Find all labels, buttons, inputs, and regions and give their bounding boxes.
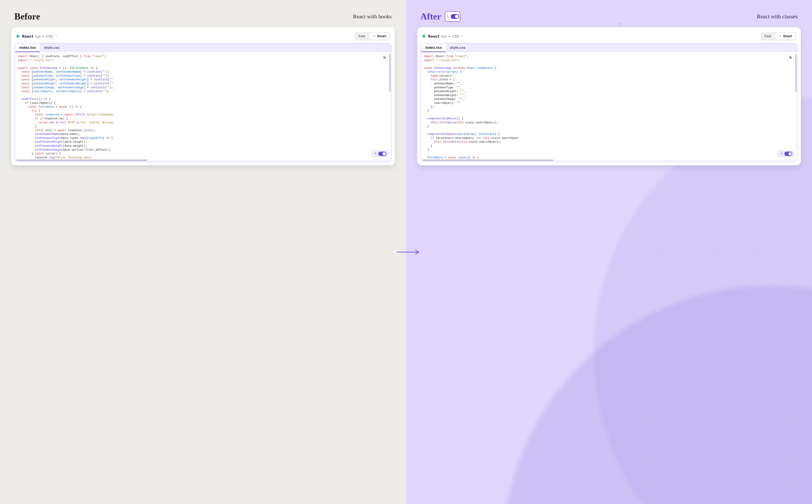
- after-subtitle: React with classes: [757, 13, 798, 20]
- mode-toggle-group: Fast Smart: [355, 32, 390, 40]
- tab-index-tsx[interactable]: index.tsx: [421, 43, 446, 52]
- mode-smart-button[interactable]: Smart: [369, 33, 389, 40]
- mode-smart-button[interactable]: Smart: [775, 33, 795, 40]
- scrollbar-vertical[interactable]: [795, 54, 796, 92]
- sparkle-icon: ✦: [618, 21, 621, 26]
- svg-point-7: [424, 36, 424, 36]
- ai-toggle[interactable]: [372, 150, 388, 157]
- arrow-icon: [396, 250, 420, 255]
- before-title: Before: [14, 11, 40, 22]
- copy-button[interactable]: [787, 54, 794, 61]
- mode-fast-button[interactable]: Fast: [761, 33, 774, 40]
- chevron-down-icon: [55, 35, 58, 38]
- before-panel: Before React with hooks React tsx + CSS: [0, 0, 406, 504]
- code-block[interactable]: import React from "react"; import "./sty…: [421, 52, 797, 160]
- tab-style-css[interactable]: style.css: [40, 43, 63, 52]
- scrollbar-horizontal[interactable]: [423, 160, 795, 161]
- stack-name: React: [428, 34, 439, 38]
- sparkle-icon: [780, 152, 783, 155]
- code-block[interactable]: import React, { useState, useEffect } fr…: [15, 52, 391, 160]
- before-subtitle: React with hooks: [353, 13, 392, 20]
- file-tabs: index.tsx style.css: [15, 43, 391, 52]
- sparkle-icon: [372, 35, 376, 38]
- ai-toggle[interactable]: [778, 150, 794, 157]
- file-tabs: index.tsx style.css: [421, 43, 797, 52]
- sparkle-icon: [778, 35, 782, 38]
- after-card: React tsx + CSS Fast Smart: [417, 27, 801, 165]
- chevron-down-icon: [461, 35, 464, 38]
- stack-select[interactable]: React tsx + CSS: [16, 34, 58, 38]
- stack-detail: tsx + CSS: [35, 34, 53, 38]
- sparkle-icon: [374, 152, 377, 155]
- scrollbar-vertical[interactable]: [389, 54, 390, 92]
- stack-select[interactable]: React tsx + CSS: [422, 34, 464, 38]
- after-title: After: [420, 11, 441, 22]
- code-editor: index.tsx style.css import React, { useS…: [15, 43, 391, 162]
- before-card: React tsx + CSS Fast Smart: [11, 27, 395, 165]
- react-icon: [16, 34, 20, 38]
- feature-toggle[interactable]: [445, 11, 460, 22]
- copy-button[interactable]: [381, 54, 388, 61]
- mode-fast-button[interactable]: Fast: [355, 33, 368, 40]
- mode-toggle-group: Fast Smart: [761, 32, 796, 40]
- sparkle-icon: [446, 15, 449, 18]
- tab-style-css[interactable]: style.css: [446, 43, 469, 52]
- copy-icon: [383, 56, 386, 59]
- tab-index-tsx[interactable]: index.tsx: [15, 43, 40, 52]
- code-editor: index.tsx style.css import React from "r…: [421, 43, 797, 162]
- react-icon: [422, 34, 426, 38]
- svg-point-0: [18, 36, 18, 36]
- after-panel: After React with classes ✦: [406, 0, 812, 504]
- stack-name: React: [22, 34, 33, 38]
- stack-detail: tsx + CSS: [441, 34, 459, 38]
- copy-icon: [789, 56, 792, 59]
- scrollbar-horizontal[interactable]: [17, 160, 389, 161]
